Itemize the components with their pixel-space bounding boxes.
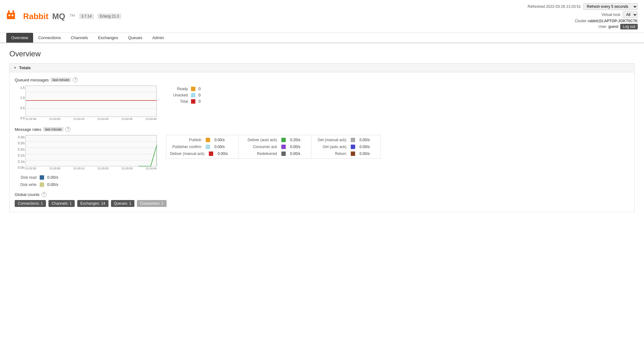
stat-row-unacked: Unacked 0 [166,93,201,97]
stat-swatch-unacked [191,93,195,97]
queued-messages-label: Queued messages [15,78,49,82]
count-channels[interactable]: Channels: 1 [48,200,75,207]
vhost-label: Virtual host [601,13,620,17]
stat-label-total: Total [166,99,188,104]
counts-row: Connections: 1 Channels: 1 Exchanges: 14… [15,200,629,207]
rate-swatch-get-auto [351,145,355,149]
rate-label-redelivered: Redelivered [243,152,277,156]
rate-row-deliver-auto: Deliver (auto ack) 0.20/s [243,138,307,142]
stat-row-ready: Ready 0 [166,87,201,91]
queued-chart-wrapper: 1.5 1.0 0.5 0.0 [25,85,157,121]
disk-write-label: Disk write [15,183,37,187]
totals-toggle-icon: ▼ [13,66,17,69]
rate-value-redelivered: 0.00/s [290,152,307,156]
svg-rect-19 [26,135,157,167]
disk-write-row: Disk write 0.00/s [15,182,629,187]
header: RabbitMQ™ 3.7.14 Erlang 21.3 Refreshed 2… [0,0,644,33]
rate-value-get-manual: 0.00/s [360,138,377,142]
rate-swatch-redelivered [281,152,286,156]
rate-row-get-auto: Get (auto ack) 0.00/s [315,145,377,149]
rate-value-consumer-ack: 0.00/s [290,145,307,149]
stat-value-unacked: 0 [199,93,201,97]
stat-label-ready: Ready [166,87,188,91]
vhost-select[interactable]: All [623,11,638,18]
rate-label-consumer-ack: Consumer ack [243,145,277,149]
tab-queues[interactable]: Queues [123,33,148,43]
rate-label-publisher-confirm: Publisher confirm [170,145,201,149]
tab-channels[interactable]: Channels [66,33,93,43]
queued-chart [25,85,157,117]
count-exchanges[interactable]: Exchanges: 14 [77,200,108,207]
disk-read-swatch [40,175,44,180]
logo-brand-text: Rabbit [23,12,48,21]
rates-chart-yaxis: 0.3/s 0.2/s 0.2/s 0.1/s 0.1/s 0.0/s [16,135,25,170]
rate-swatch-get-manual [351,138,355,142]
stat-label-unacked: Unacked [166,93,188,97]
tab-admin[interactable]: Admin [147,33,169,43]
rabbitmq-logo-icon [6,10,19,23]
cluster-value: rabbit@LAPTOP-JOKT0C7K [588,19,638,23]
message-rates-label: Message rates [15,127,41,132]
disk-read-label: Disk read [15,175,37,180]
page-title: Overview [9,49,635,58]
message-rates-help-icon[interactable]: ? [65,127,70,132]
rates-col3: Get (manual ack) 0.00/s Get (auto ack) 0… [311,135,380,158]
stat-value-ready: 0 [199,87,201,91]
rates-col1: Publish 0.00/s Publisher confirm 0.00/s … [166,135,239,158]
rate-row-redelivered: Redelivered 0.00/s [243,152,307,156]
cluster-label: Cluster [575,19,586,23]
logout-button[interactable]: Log out [620,24,638,29]
tab-overview[interactable]: Overview [6,33,33,43]
message-rates-area: Message rates last minute ? 0.3/s 0.2/s … [15,127,629,170]
rate-row-publisher-confirm: Publisher confirm 0.00/s [170,145,235,149]
disk-area: Disk read 0.00/s Disk write 0.00/s [15,175,629,187]
disk-read-value: 0.00/s [47,175,58,180]
queued-chart-svg [26,86,157,117]
svg-rect-12 [26,86,157,117]
rate-label-get-auto: Get (auto ack) [315,145,346,149]
tab-connections[interactable]: Connections [33,33,66,43]
rates-chart-svg [26,135,157,167]
queued-chart-yaxis: 1.5 1.0 0.5 0.0 [16,85,25,121]
user-label: User [599,24,606,29]
stat-row-total: Total 0 [166,99,201,104]
rate-value-deliver-auto: 0.20/s [290,138,307,142]
user-value: guest [608,24,618,29]
global-counts-help-icon[interactable]: ? [42,192,47,197]
count-consumers[interactable]: Consumers: 1 [137,200,167,207]
rate-row-get-manual: Get (manual ack) 0.00/s [315,138,377,142]
rate-swatch-consumer-ack [281,145,286,149]
stat-swatch-ready [191,87,195,91]
rate-value-publisher-confirm: 0.00/s [214,145,232,149]
rate-row-consumer-ack: Consumer ack 0.00/s [243,145,307,149]
message-rates-label-row: Message rates last minute ? [15,127,629,132]
message-rates-badge[interactable]: last minute [43,127,63,131]
totals-section-header[interactable]: ▼ Totals [10,64,634,72]
count-queues[interactable]: Queues: 1 [111,200,134,207]
rates-chart-xaxis: 21:02:50 21:03:00 21:03:10 21:03:20 21:0… [25,167,157,170]
rates-chart-wrapper: 0.3/s 0.2/s 0.2/s 0.1/s 0.1/s 0.0/s [25,135,157,170]
rate-swatch-return [351,152,355,156]
logo-area: RabbitMQ™ 3.7.14 Erlang 21.3 [6,10,528,23]
rate-swatch-deliver-manual [209,152,213,156]
rate-value-get-auto: 0.00/s [360,145,377,149]
refresh-select[interactable]: Refresh every 5 seconds Refresh every 10… [583,3,638,10]
rate-row-publish: Publish 0.00/s [170,138,235,142]
rate-swatch-publisher-confirm [206,145,210,149]
nav: Overview Connections Channels Exchanges … [0,33,644,43]
count-connections[interactable]: Connections: 1 [15,200,46,207]
global-counts-label-row: Global counts ? [15,192,629,197]
queued-chart-xaxis: 21:02:50 21:03:00 21:03:10 21:03:20 21:0… [25,117,157,121]
rate-label-return: Return [315,152,346,156]
version-badge: 3.7.14 [79,13,94,19]
rate-label-publish: Publish [170,138,201,142]
queued-chart-stats-row: 1.5 1.0 0.5 0.0 [15,85,629,121]
totals-section: ▼ Totals Queued messages last minute ? 1… [9,63,635,212]
queued-messages-badge[interactable]: last minute [51,78,71,82]
queued-messages-help-icon[interactable]: ? [73,77,78,82]
rate-label-deliver-manual: Deliver (manual ack) [170,152,204,156]
svg-point-6 [12,14,13,16]
tab-exchanges[interactable]: Exchanges [93,33,123,43]
global-counts-area: Global counts ? Connections: 1 Channels:… [15,192,629,207]
totals-section-body: Queued messages last minute ? 1.5 1.0 0.… [10,72,634,212]
